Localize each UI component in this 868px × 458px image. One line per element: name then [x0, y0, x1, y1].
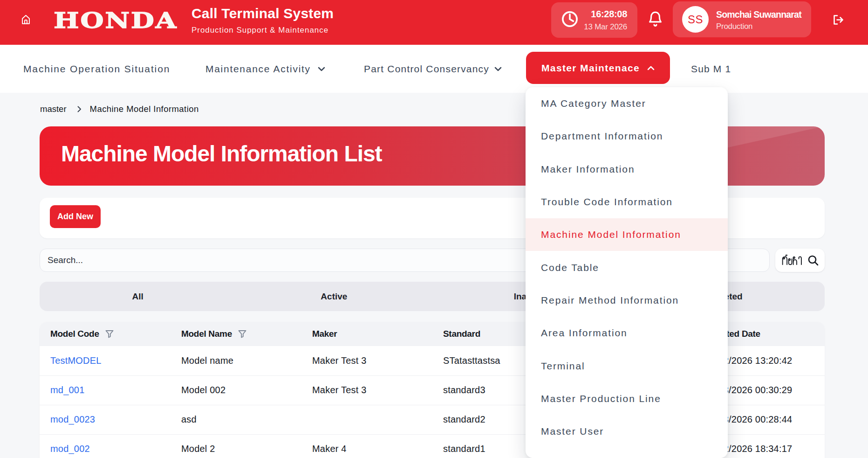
menu-item-repair-method-information[interactable]: Repair Method Information — [526, 284, 728, 317]
filter-icon — [238, 330, 246, 338]
column-header: Model Name — [181, 329, 301, 339]
cell-model-name: Model 2 — [171, 434, 301, 458]
nav-sub-m-1[interactable]: Sub M 1 — [691, 45, 731, 93]
menu-item-trouble-code-information[interactable]: Trouble Code Information — [526, 186, 728, 218]
col-model-name[interactable]: Model Name — [171, 322, 301, 346]
nav-maintenance-activity[interactable]: Maintenance Activity — [205, 45, 325, 93]
cell-maker — [301, 405, 432, 434]
chevron-right-icon — [77, 106, 82, 112]
app-header: HONDA Call Terminal System Production Su… — [0, 0, 868, 45]
user-name: Somchai Suwannarat — [716, 9, 801, 20]
search-icon — [808, 255, 819, 266]
clock-glyph — [561, 11, 578, 28]
menu-item-maker-information[interactable]: Maker Information — [526, 153, 728, 186]
user-role: Production — [716, 22, 752, 31]
chevron-down-icon — [494, 67, 502, 71]
menu-item-area-information[interactable]: Area Information — [526, 317, 728, 349]
column-label: Model Name — [181, 329, 232, 339]
chevron-down-icon — [318, 67, 325, 71]
menu-item-master-production-line[interactable]: Master Production Line — [526, 382, 728, 415]
avatar: SS — [682, 6, 709, 33]
menu-item-terminal[interactable]: Terminal — [526, 349, 728, 382]
user-widget[interactable]: SS Somchai Suwannarat Production — [673, 1, 811, 37]
chevron-up-icon — [647, 66, 655, 70]
menu-item-master-user[interactable]: Master User — [526, 415, 728, 448]
filter-icon — [105, 330, 114, 338]
honda-logo: HONDA — [54, 0, 152, 45]
breadcrumb-root[interactable]: master — [40, 104, 67, 114]
breadcrumb: master Machine Model Information — [40, 104, 199, 114]
clock-date: 13 Mar 2026 — [584, 22, 627, 32]
master-maintenance-dropdown: MA Category Master Department Informatio… — [526, 87, 728, 458]
bell-glyph — [648, 10, 663, 28]
logout-glyph — [833, 14, 844, 26]
col-model-code[interactable]: Model Code — [40, 322, 171, 346]
cell-maker: Maker Test 3 — [301, 346, 432, 375]
cell-model-name: Model 002 — [171, 375, 301, 405]
tab-all[interactable]: All — [40, 282, 236, 311]
nav-item-label: Sub M 1 — [691, 63, 731, 75]
nav-machine-operation-situation[interactable]: Machine Operation Situation — [23, 45, 170, 93]
nav-master-maintenace[interactable]: Master Maintenace — [526, 52, 670, 84]
thai-search-label — [781, 255, 803, 266]
search-button[interactable] — [775, 249, 825, 272]
page-title: Machine Model Information List — [61, 141, 382, 167]
cell-model-name: Model name — [171, 346, 301, 375]
bell-icon[interactable] — [648, 10, 663, 28]
cell-maker: Maker 4 — [301, 434, 432, 458]
cell-model-name: asd — [171, 405, 301, 434]
menu-item-ma-category-master[interactable]: MA Category Master — [526, 87, 728, 120]
tab-active[interactable]: Active — [236, 282, 432, 311]
nav-item-label: Master Maintenace — [541, 62, 640, 74]
cell-model-code[interactable]: mod_002 — [40, 434, 171, 458]
nav-item-label: Part Control Conservancy — [364, 63, 489, 75]
app-title-block: Call Terminal System Production Support … — [191, 6, 334, 35]
main-nav: Machine Operation Situation Maintenance … — [0, 45, 868, 93]
cell-model-code[interactable]: TestMODEL — [40, 346, 171, 375]
column-label: Standard — [443, 329, 480, 339]
menu-item-department-information[interactable]: Department Information — [526, 120, 728, 153]
add-new-button[interactable]: Add New — [50, 205, 101, 228]
menu-item-code-table[interactable]: Code Table — [526, 251, 728, 284]
cell-model-code[interactable]: md_001 — [40, 375, 171, 405]
column-label: Model Code — [50, 329, 99, 339]
logout-icon[interactable] — [833, 14, 844, 26]
app-subtitle: Production Support & Maintenance — [191, 26, 334, 35]
breadcrumb-current: Machine Model Information — [90, 104, 199, 114]
column-label: Maker — [312, 329, 337, 339]
honda-wordmark: HONDA — [54, 8, 178, 33]
clock-widget: 16:28:08 13 Mar 2026 — [551, 2, 637, 38]
col-maker[interactable]: Maker — [301, 322, 432, 346]
clock-icon — [561, 11, 578, 28]
home-icon[interactable] — [21, 14, 31, 25]
nav-item-label: Machine Operation Situation — [23, 63, 170, 75]
cell-model-code[interactable]: mod_0023 — [40, 405, 171, 434]
menu-item-machine-model-information[interactable]: Machine Model Information — [526, 218, 728, 251]
home-glyph — [21, 14, 31, 25]
column-header: Model Code — [50, 329, 171, 339]
cell-maker: Maker Test 3 — [301, 375, 432, 405]
clock-time: 16:28:08 — [591, 9, 627, 20]
nav-item-label: Maintenance Activity — [205, 63, 311, 75]
nav-part-control-conservancy[interactable]: Part Control Conservancy — [364, 45, 502, 93]
app-title: Call Terminal System — [191, 6, 334, 21]
